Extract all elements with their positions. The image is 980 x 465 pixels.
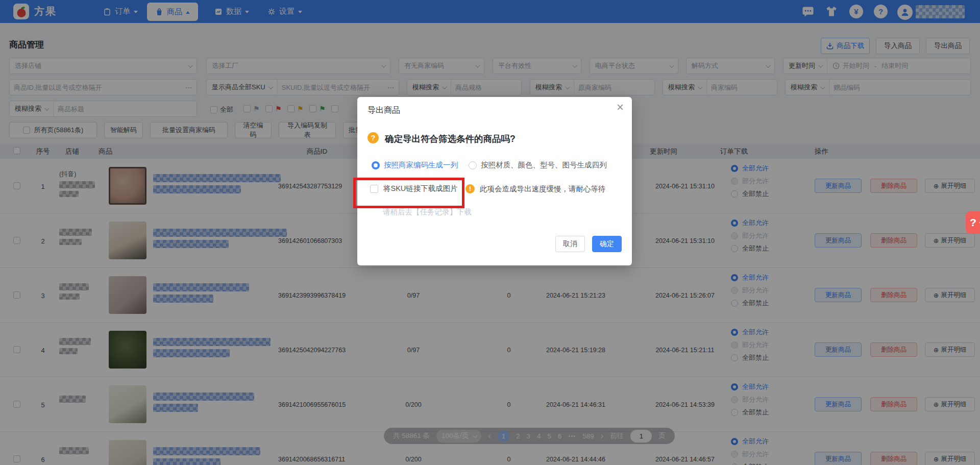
warning-circle-icon: ! — [465, 184, 475, 193]
close-icon[interactable]: × — [617, 101, 624, 113]
question-icon: ? — [970, 216, 976, 229]
confirm-button[interactable]: 确定 — [592, 236, 622, 252]
cancel-button[interactable]: 取消 — [555, 236, 585, 252]
radio-four-columns[interactable]: 按照材质、颜色、型号、图号生成四列 — [469, 160, 607, 170]
question-circle-icon: ? — [368, 132, 379, 143]
radio-one-column[interactable]: 按照商家编码生成一列 — [372, 160, 458, 170]
modal-title: 导出商品 — [368, 105, 400, 116]
modal-question: 确定导出符合筛选条件的商品吗? — [385, 133, 516, 145]
annotation-highlight-box — [353, 178, 464, 208]
modal-warning: 此项会造成导出速度缓慢，请耐心等待 — [480, 184, 606, 194]
modal-note: 请稍后去【任务记录】下载 — [383, 207, 472, 217]
help-fab-button[interactable]: ? — [966, 211, 980, 234]
